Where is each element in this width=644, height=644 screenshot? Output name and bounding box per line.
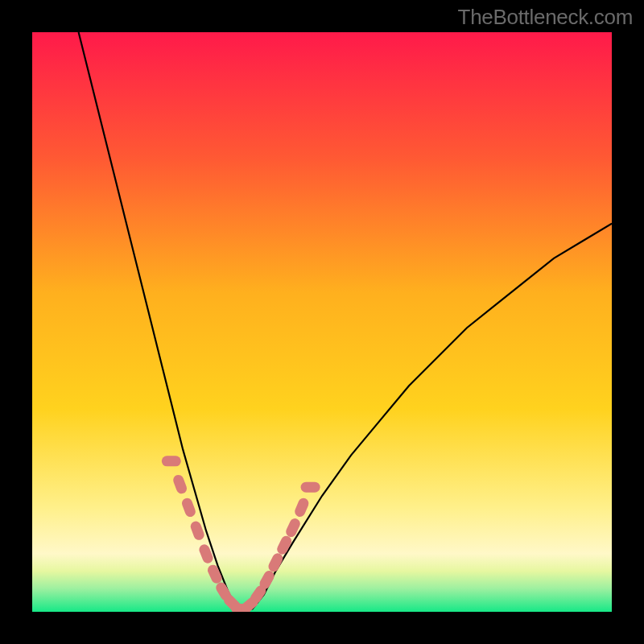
chart-frame: TheBottleneck.com — [0, 0, 644, 644]
curve-marker — [162, 456, 181, 466]
chart-svg — [32, 32, 612, 612]
plot-area — [32, 32, 612, 612]
curve-marker — [301, 482, 320, 493]
watermark-text: TheBottleneck.com — [458, 5, 633, 30]
gradient-background — [32, 32, 612, 612]
